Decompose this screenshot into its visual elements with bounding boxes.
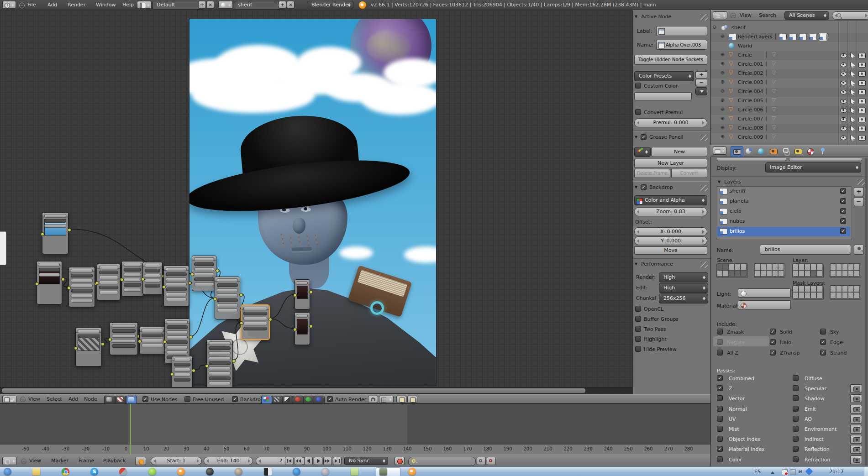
active-node-panel-expand-triangle[interactable]: ▼ bbox=[635, 15, 637, 19]
render-layer-enable-checkbox[interactable]: ✓ bbox=[840, 228, 846, 234]
preset-specials-button[interactable] bbox=[695, 87, 707, 95]
layers-panel-expand[interactable]: ▼ bbox=[718, 180, 721, 184]
scene-layers-b-cell[interactable] bbox=[772, 264, 778, 270]
next-keyframe-button[interactable] bbox=[323, 457, 332, 465]
menu-help[interactable]: Help bbox=[122, 2, 134, 8]
visibility-eye-icon[interactable] bbox=[840, 90, 847, 94]
playhead-current-frame[interactable] bbox=[130, 404, 131, 455]
pass-z-checkbox[interactable]: ✓ bbox=[717, 385, 723, 391]
channel-alpha-button[interactable] bbox=[272, 396, 283, 404]
toggle-hidden-sockets-button[interactable]: Toggle Hidden Node Sockets bbox=[634, 55, 707, 65]
mask-layers-b-cell[interactable] bbox=[836, 292, 842, 298]
renderable-camera-icon[interactable] bbox=[858, 135, 866, 141]
pass-exclude-camera-button[interactable] bbox=[850, 445, 862, 454]
archive-tool-icon[interactable] bbox=[264, 468, 272, 476]
menu-add[interactable]: Add bbox=[68, 396, 78, 402]
scene-layers-b-cell[interactable] bbox=[754, 264, 760, 270]
mask-layers-b-cell[interactable] bbox=[836, 286, 842, 292]
menu-view[interactable]: View bbox=[29, 458, 41, 464]
visible-layers-a-cell[interactable] bbox=[816, 270, 822, 277]
timeline-canvas[interactable]: -50-40-30-20-100102030405060708090100110… bbox=[0, 403, 710, 455]
mask-layers-b-cell[interactable] bbox=[848, 286, 854, 292]
pass-exclude-camera-button[interactable] bbox=[850, 455, 862, 464]
expand-toggle[interactable]: ⊕ bbox=[721, 88, 725, 94]
network-icon[interactable] bbox=[790, 469, 796, 475]
expand-toggle[interactable]: ⊕ bbox=[721, 52, 725, 58]
dark-orb-icon[interactable] bbox=[206, 468, 214, 476]
expand-toggle[interactable]: ⊕ bbox=[721, 106, 725, 112]
visibility-eye-icon[interactable] bbox=[840, 126, 847, 131]
use-preview-range-button[interactable] bbox=[135, 457, 146, 465]
mask-layers-a-cell[interactable] bbox=[799, 292, 805, 298]
compositor-node[interactable] bbox=[172, 356, 193, 391]
backdrop-y-slider[interactable]: Y: 0.000 bbox=[634, 236, 707, 245]
backdrop-x-slider[interactable]: X: 0.000 bbox=[634, 227, 707, 236]
menu-window[interactable]: Window bbox=[96, 2, 116, 8]
scene-layers-a-cell[interactable] bbox=[741, 264, 747, 270]
free-unused-checkbox[interactable] bbox=[184, 396, 190, 402]
mask-layers-b-cell[interactable] bbox=[842, 292, 848, 298]
mask-layers-a-cell[interactable] bbox=[810, 286, 816, 292]
mask-layers-a-cell[interactable] bbox=[816, 286, 822, 292]
audio-tool-icon[interactable] bbox=[321, 468, 329, 476]
tab-constraints[interactable] bbox=[780, 146, 792, 156]
expand-toggle[interactable]: ⊕ bbox=[721, 115, 725, 121]
visible-layers-a-cell[interactable] bbox=[805, 270, 810, 277]
visibility-eye-icon[interactable] bbox=[840, 99, 847, 104]
mask-layers-b-cell[interactable] bbox=[830, 286, 836, 292]
outliner-type-button[interactable] bbox=[713, 11, 727, 19]
visible-layers-b-cell[interactable] bbox=[848, 270, 854, 277]
performance-option-highlight[interactable] bbox=[635, 336, 641, 342]
pass-diffuse-checkbox[interactable] bbox=[793, 375, 799, 381]
visible-layers-a-cell[interactable] bbox=[810, 270, 816, 277]
insert-keyframe-button[interactable] bbox=[477, 457, 486, 465]
editor-type-button[interactable] bbox=[2, 396, 17, 403]
windows-start-icon[interactable] bbox=[4, 468, 11, 476]
tab-render-camera[interactable] bbox=[731, 146, 743, 157]
visible-layers-a-cell[interactable] bbox=[816, 264, 822, 270]
compositor-node[interactable] bbox=[121, 261, 143, 297]
scene-layers-b-cell[interactable] bbox=[778, 270, 784, 277]
expand-toggle[interactable]: ⊕ bbox=[721, 61, 725, 67]
visibility-eye-icon[interactable] bbox=[840, 53, 847, 58]
scene-layers-b-cell[interactable] bbox=[754, 270, 760, 277]
mask-layers-a-cell[interactable] bbox=[793, 292, 799, 298]
add-render-layer-button[interactable]: + bbox=[854, 187, 864, 196]
start-frame-field[interactable]: Start: 1 bbox=[151, 457, 202, 465]
grease-pencil-panel-checkbox[interactable]: ✓ bbox=[641, 134, 647, 140]
performance-panel-expand-triangle[interactable]: ▼ bbox=[635, 262, 637, 266]
outliner-search-field[interactable] bbox=[832, 11, 868, 20]
compositor-node[interactable] bbox=[215, 277, 240, 319]
new-layer-button[interactable]: New Layer bbox=[634, 159, 707, 168]
tab-object[interactable] bbox=[768, 146, 779, 156]
media-player-icon[interactable] bbox=[148, 468, 156, 476]
layer-name-field[interactable]: brillos bbox=[760, 245, 851, 255]
mask-layers-b-cell[interactable] bbox=[830, 292, 836, 298]
include-strand-checkbox[interactable]: ✓ bbox=[820, 350, 826, 356]
include-zmask-checkbox[interactable] bbox=[717, 329, 723, 335]
visible-layers-a-cell[interactable] bbox=[805, 264, 810, 270]
node-name-field[interactable]: Alpha Over.003 bbox=[656, 40, 707, 50]
pass-exclude-camera-button[interactable] bbox=[850, 384, 862, 393]
tray-expand-arrow[interactable] bbox=[771, 470, 774, 474]
visibility-eye-icon[interactable] bbox=[840, 117, 847, 122]
record-button[interactable] bbox=[395, 457, 405, 465]
performance-option-two-pass[interactable] bbox=[635, 326, 641, 332]
visible-layers-b-cell[interactable] bbox=[830, 264, 836, 270]
remove-preset-button[interactable]: − bbox=[695, 79, 707, 86]
screen-layout-icon-button[interactable] bbox=[137, 1, 152, 9]
menu-marker[interactable]: Marker bbox=[51, 458, 68, 464]
mask-layers-a-cell[interactable] bbox=[810, 292, 816, 298]
expand-toggle[interactable]: ⊕ bbox=[721, 134, 725, 140]
mask-layers-a-cell[interactable] bbox=[805, 286, 810, 292]
material-override-field[interactable] bbox=[738, 300, 791, 309]
pass-indirect-checkbox[interactable] bbox=[793, 436, 799, 442]
outliner-scene-filter[interactable]: All Scenes bbox=[784, 11, 829, 20]
compositor-node[interactable] bbox=[97, 264, 121, 300]
menu-render[interactable]: Render bbox=[68, 2, 85, 8]
include-sky-checkbox[interactable] bbox=[820, 329, 826, 335]
delete-keyframe-button[interactable] bbox=[487, 457, 496, 465]
visible-layers-a-cell[interactable] bbox=[799, 264, 805, 270]
grease-pencil-panel-expand-triangle[interactable]: ▼ bbox=[635, 135, 637, 139]
pass-reflection-checkbox[interactable] bbox=[793, 446, 799, 452]
